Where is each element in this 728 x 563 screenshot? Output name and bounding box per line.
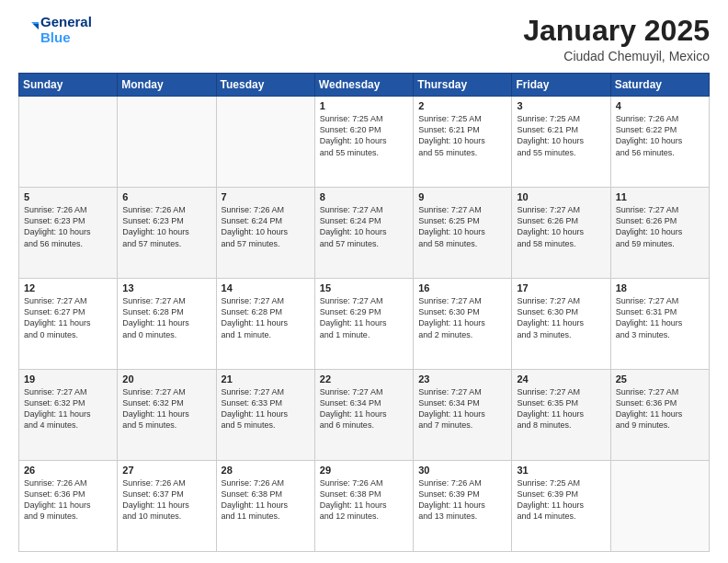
month-title: January 2025	[523, 15, 710, 47]
calendar-cell: 5Sunrise: 7:26 AM Sunset: 6:23 PM Daylig…	[19, 188, 118, 279]
day-number: 25	[616, 373, 704, 385]
day-info: Sunrise: 7:26 AM Sunset: 6:38 PM Dayligh…	[222, 477, 310, 523]
calendar-week-1: 5Sunrise: 7:26 AM Sunset: 6:23 PM Daylig…	[19, 188, 710, 279]
calendar-cell: 15Sunrise: 7:27 AM Sunset: 6:29 PM Dayli…	[314, 279, 413, 370]
day-info: Sunrise: 7:27 AM Sunset: 6:30 PM Dayligh…	[418, 295, 506, 340]
calendar-week-3: 19Sunrise: 7:27 AM Sunset: 6:32 PM Dayli…	[19, 370, 710, 461]
calendar-cell: 2Sunrise: 7:25 AM Sunset: 6:21 PM Daylig…	[414, 97, 512, 188]
calendar-cell: 19Sunrise: 7:27 AM Sunset: 6:32 PM Dayli…	[19, 370, 118, 461]
calendar-cell: 22Sunrise: 7:27 AM Sunset: 6:34 PM Dayli…	[314, 370, 413, 461]
calendar-cell: 12Sunrise: 7:27 AM Sunset: 6:27 PM Dayli…	[19, 279, 118, 370]
calendar-cell: 3Sunrise: 7:25 AM Sunset: 6:21 PM Daylig…	[512, 97, 610, 188]
calendar-cell: 27Sunrise: 7:26 AM Sunset: 6:37 PM Dayli…	[118, 461, 216, 552]
day-number: 18	[616, 282, 704, 293]
col-sunday: Sunday	[19, 74, 118, 97]
calendar-cell: 21Sunrise: 7:27 AM Sunset: 6:33 PM Dayli…	[216, 370, 314, 461]
day-number: 20	[122, 373, 210, 385]
day-number: 2	[418, 100, 506, 111]
day-number: 6	[122, 191, 210, 202]
day-info: Sunrise: 7:27 AM Sunset: 6:30 PM Dayligh…	[517, 295, 605, 340]
calendar-cell: 20Sunrise: 7:27 AM Sunset: 6:32 PM Dayli…	[118, 370, 216, 461]
day-number: 13	[122, 282, 210, 293]
day-info: Sunrise: 7:26 AM Sunset: 6:22 PM Dayligh…	[616, 113, 704, 158]
day-number: 16	[418, 282, 506, 293]
day-number: 1	[320, 100, 408, 111]
day-info: Sunrise: 7:25 AM Sunset: 6:21 PM Dayligh…	[418, 113, 506, 158]
day-number: 22	[320, 373, 408, 385]
calendar-cell	[216, 97, 314, 188]
col-monday: Monday	[118, 74, 216, 97]
calendar-week-2: 12Sunrise: 7:27 AM Sunset: 6:27 PM Dayli…	[19, 279, 710, 370]
calendar-cell: 10Sunrise: 7:27 AM Sunset: 6:26 PM Dayli…	[512, 188, 610, 279]
calendar-cell: 7Sunrise: 7:26 AM Sunset: 6:24 PM Daylig…	[216, 188, 314, 279]
calendar-cell: 23Sunrise: 7:27 AM Sunset: 6:34 PM Dayli…	[414, 370, 512, 461]
calendar-header-row: Sunday Monday Tuesday Wednesday Thursday…	[19, 74, 710, 97]
calendar-cell: 25Sunrise: 7:27 AM Sunset: 6:36 PM Dayli…	[610, 370, 709, 461]
day-number: 8	[320, 191, 408, 202]
day-number: 4	[616, 100, 704, 111]
day-info: Sunrise: 7:27 AM Sunset: 6:36 PM Dayligh…	[616, 386, 704, 431]
day-info: Sunrise: 7:27 AM Sunset: 6:28 PM Dayligh…	[122, 295, 210, 340]
day-number: 27	[122, 465, 210, 476]
calendar-cell	[610, 461, 709, 552]
day-info: Sunrise: 7:26 AM Sunset: 6:38 PM Dayligh…	[320, 477, 408, 523]
day-info: Sunrise: 7:27 AM Sunset: 6:35 PM Dayligh…	[517, 386, 605, 431]
col-friday: Friday	[512, 74, 610, 97]
calendar-cell: 11Sunrise: 7:27 AM Sunset: 6:26 PM Dayli…	[610, 188, 709, 279]
day-number: 29	[320, 465, 408, 476]
day-info: Sunrise: 7:25 AM Sunset: 6:20 PM Dayligh…	[320, 113, 408, 158]
day-info: Sunrise: 7:27 AM Sunset: 6:24 PM Dayligh…	[320, 204, 408, 249]
day-info: Sunrise: 7:25 AM Sunset: 6:39 PM Dayligh…	[517, 477, 605, 523]
col-wednesday: Wednesday	[314, 74, 413, 97]
day-number: 11	[616, 191, 704, 202]
day-number: 24	[517, 373, 605, 385]
day-number: 7	[222, 191, 310, 202]
calendar-cell: 9Sunrise: 7:27 AM Sunset: 6:25 PM Daylig…	[414, 188, 512, 279]
day-number: 28	[222, 465, 310, 476]
day-number: 10	[517, 191, 605, 202]
calendar-week-4: 26Sunrise: 7:26 AM Sunset: 6:36 PM Dayli…	[19, 461, 710, 552]
logo-blue: Blue	[40, 30, 92, 46]
calendar-cell: 31Sunrise: 7:25 AM Sunset: 6:39 PM Dayli…	[512, 461, 610, 552]
day-info: Sunrise: 7:27 AM Sunset: 6:33 PM Dayligh…	[222, 386, 310, 431]
calendar-cell: 28Sunrise: 7:26 AM Sunset: 6:38 PM Dayli…	[216, 461, 314, 552]
day-number: 15	[320, 282, 408, 293]
calendar-cell: 13Sunrise: 7:27 AM Sunset: 6:28 PM Dayli…	[118, 279, 216, 370]
calendar-week-0: 1Sunrise: 7:25 AM Sunset: 6:20 PM Daylig…	[19, 97, 710, 188]
location-subtitle: Ciudad Chemuyil, Mexico	[523, 49, 710, 63]
calendar-cell: 6Sunrise: 7:26 AM Sunset: 6:23 PM Daylig…	[118, 188, 216, 279]
day-info: Sunrise: 7:27 AM Sunset: 6:34 PM Dayligh…	[320, 386, 408, 431]
day-info: Sunrise: 7:26 AM Sunset: 6:37 PM Dayligh…	[122, 477, 210, 523]
calendar-cell: 29Sunrise: 7:26 AM Sunset: 6:38 PM Dayli…	[314, 461, 413, 552]
day-info: Sunrise: 7:26 AM Sunset: 6:23 PM Dayligh…	[24, 204, 112, 249]
day-info: Sunrise: 7:27 AM Sunset: 6:27 PM Dayligh…	[24, 295, 112, 340]
day-info: Sunrise: 7:27 AM Sunset: 6:25 PM Dayligh…	[418, 204, 506, 249]
day-info: Sunrise: 7:26 AM Sunset: 6:36 PM Dayligh…	[24, 477, 112, 523]
calendar-cell: 14Sunrise: 7:27 AM Sunset: 6:28 PM Dayli…	[216, 279, 314, 370]
calendar-cell: 1Sunrise: 7:25 AM Sunset: 6:20 PM Daylig…	[314, 97, 413, 188]
calendar-cell	[118, 97, 216, 188]
day-info: Sunrise: 7:26 AM Sunset: 6:23 PM Dayligh…	[122, 204, 210, 249]
day-number: 9	[418, 191, 506, 202]
header: General Blue January 2025 Ciudad Chemuyi…	[18, 15, 710, 63]
calendar-cell	[19, 97, 118, 188]
day-number: 3	[517, 100, 605, 111]
day-info: Sunrise: 7:27 AM Sunset: 6:32 PM Dayligh…	[24, 386, 112, 431]
calendar-cell: 18Sunrise: 7:27 AM Sunset: 6:31 PM Dayli…	[610, 279, 709, 370]
day-number: 12	[24, 282, 112, 293]
day-number: 19	[24, 373, 112, 385]
day-number: 21	[222, 373, 310, 385]
day-info: Sunrise: 7:27 AM Sunset: 6:34 PM Dayligh…	[418, 386, 506, 431]
calendar-cell: 24Sunrise: 7:27 AM Sunset: 6:35 PM Dayli…	[512, 370, 610, 461]
day-number: 26	[24, 465, 112, 476]
day-info: Sunrise: 7:27 AM Sunset: 6:28 PM Dayligh…	[222, 295, 310, 340]
calendar-cell: 26Sunrise: 7:26 AM Sunset: 6:36 PM Dayli…	[19, 461, 118, 552]
title-block: January 2025 Ciudad Chemuyil, Mexico	[523, 15, 710, 63]
day-number: 30	[418, 465, 506, 476]
day-info: Sunrise: 7:27 AM Sunset: 6:26 PM Dayligh…	[517, 204, 605, 249]
col-tuesday: Tuesday	[216, 74, 314, 97]
day-number: 14	[222, 282, 310, 293]
calendar-cell: 17Sunrise: 7:27 AM Sunset: 6:30 PM Dayli…	[512, 279, 610, 370]
day-info: Sunrise: 7:25 AM Sunset: 6:21 PM Dayligh…	[517, 113, 605, 158]
calendar-cell: 16Sunrise: 7:27 AM Sunset: 6:30 PM Dayli…	[414, 279, 512, 370]
